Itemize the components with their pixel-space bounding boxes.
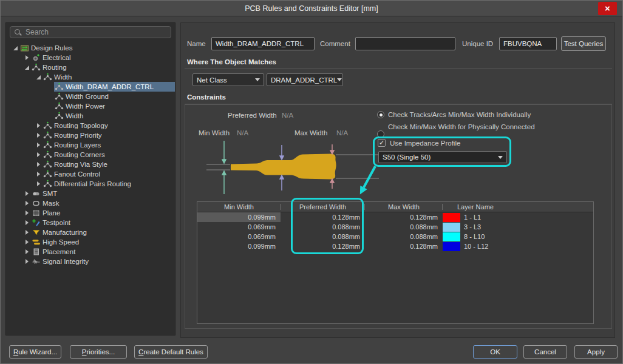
expander-collapsed-icon[interactable] (35, 151, 43, 158)
cell-max-width[interactable]: 0.088mm (365, 232, 443, 241)
tree-item-content: High Speed (31, 237, 175, 247)
radio-check-connected-label: Check Min/Max Width for Physically Conne… (388, 123, 535, 130)
smt-icon (32, 189, 41, 198)
expander-expanded-icon[interactable] (24, 64, 31, 71)
tree-item-content: Testpoint (31, 218, 175, 228)
cell-max-width[interactable]: 0.128mm (365, 241, 443, 251)
placement-icon (32, 248, 41, 256)
priorities-button[interactable]: Priorities... (70, 345, 127, 359)
test-queries-button[interactable]: Test Queries (561, 36, 606, 51)
tree-item-label: Routing Priority (54, 132, 102, 139)
layer-name-label: 3 - L3 (464, 222, 481, 232)
radio-check-connected[interactable] (377, 130, 384, 138)
expander-collapsed-icon[interactable] (24, 229, 31, 236)
tree-item-smt[interactable]: SMT (6, 189, 175, 198)
tree-item-content: Placement (31, 247, 175, 257)
tree-item-width-power[interactable]: Width Power (6, 101, 175, 111)
expander-collapsed-icon[interactable] (35, 161, 43, 168)
tree-item-width-dram-addr-ctrl[interactable]: Width_DRAM_ADDR_CTRL (6, 82, 175, 92)
tree-item-mask[interactable]: Mask (6, 198, 175, 208)
close-button[interactable]: × (598, 2, 617, 15)
scope-dropdown[interactable]: Net Class (192, 73, 264, 86)
cell-layer-name[interactable]: 10 - L12 (443, 241, 593, 251)
expander-collapsed-icon[interactable] (24, 219, 31, 226)
tree-item-testpoint[interactable]: Testpoint (6, 218, 175, 228)
tree-item-width-ground[interactable]: Width Ground (6, 92, 175, 101)
pcb-rules-dialog: PCB Rules and Constraints Editor [mm] × … (0, 0, 623, 364)
cell-max-width[interactable]: 0.128mm (365, 212, 443, 222)
tree-item-content: Electrical (31, 53, 175, 62)
expander-collapsed-icon[interactable] (35, 180, 43, 187)
tree-item-routing-priority[interactable]: Routing Priority (6, 130, 175, 140)
tree-item-routing-corners[interactable]: Routing Corners (6, 150, 175, 160)
expander-collapsed-icon[interactable] (35, 141, 43, 149)
cell-layer-name[interactable]: 3 - L3 (443, 222, 593, 232)
unique-id-input[interactable] (499, 37, 557, 50)
search-box[interactable] (10, 26, 171, 38)
tree-item-content: Width_DRAM_ADDR_CTRL (54, 82, 175, 92)
tree-item-content: Routing Layers (43, 140, 175, 150)
cell-preferred-width[interactable]: 0.128mm (281, 241, 365, 251)
search-input[interactable] (26, 28, 167, 36)
tree-item-fanout-control[interactable]: Fanout Control (6, 169, 175, 179)
cell-min-width[interactable]: 0.099mm (197, 241, 281, 251)
cell-max-width[interactable]: 0.088mm (365, 222, 443, 232)
cell-min-width[interactable]: 0.099mm (197, 212, 281, 222)
cell-preferred-width[interactable]: 0.128mm (281, 212, 365, 222)
ok-button[interactable]: OK (473, 345, 517, 359)
tree-item-routing[interactable]: Routing (6, 62, 175, 72)
table-row: 0.099mm0.128mm0.128mm1 - L1 (197, 212, 593, 222)
expander-collapsed-icon[interactable] (24, 190, 31, 197)
net-class-dropdown[interactable]: DRAM_ADDR_CTRL (267, 73, 343, 86)
expander-collapsed-icon[interactable] (24, 200, 31, 207)
tree-item-plane[interactable]: Plane (6, 208, 175, 218)
expander-collapsed-icon[interactable] (24, 248, 31, 255)
net-icon (43, 150, 52, 159)
expander-collapsed-icon[interactable] (24, 54, 31, 61)
impedance-profile-dropdown[interactable]: S50 (Single 50) (378, 151, 507, 163)
cell-layer-name[interactable]: 8 - L10 (443, 232, 593, 241)
design-rules-icon (20, 44, 29, 52)
radio-check-individually[interactable] (377, 111, 384, 118)
create-default-rules-button[interactable]: Create Default Rules (134, 345, 208, 359)
apply-button[interactable]: Apply (574, 345, 618, 359)
tree-item-content: Width Power (54, 101, 175, 111)
cell-preferred-width[interactable]: 0.088mm (281, 232, 365, 241)
table-row: 0.099mm0.128mm0.128mm10 - L12 (197, 241, 593, 251)
tree-item-electrical[interactable]: Electrical (6, 53, 175, 62)
cell-layer-name[interactable]: 1 - L1 (443, 212, 593, 222)
expander-collapsed-icon[interactable] (24, 209, 31, 217)
net-icon (55, 83, 64, 91)
cell-preferred-width[interactable]: 0.088mm (281, 222, 365, 232)
tree-item-routing-via-style[interactable]: Routing Via Style (6, 160, 175, 169)
column-header-layer-name: Layer Name (443, 202, 593, 212)
tree-item-design-rules[interactable]: Design Rules (6, 43, 175, 53)
tree-item-routing-layers[interactable]: Routing Layers (6, 140, 175, 150)
expander-expanded-icon[interactable] (12, 44, 19, 52)
expander-collapsed-icon[interactable] (24, 258, 31, 265)
tree-item-width[interactable]: Width (6, 111, 175, 121)
net-icon (43, 131, 52, 140)
expander-collapsed-icon[interactable] (24, 238, 31, 246)
tree-item-placement[interactable]: Placement (6, 247, 175, 257)
expander-collapsed-icon[interactable] (35, 122, 43, 129)
tree-item-width[interactable]: Width (6, 72, 175, 82)
use-impedance-checkbox[interactable]: ✓ (378, 139, 386, 147)
tree-item-routing-topology[interactable]: Routing Topology (6, 121, 175, 130)
tree-item-label: Fanout Control (54, 170, 100, 178)
expander-expanded-icon[interactable] (35, 73, 43, 81)
cell-min-width[interactable]: 0.069mm (197, 232, 281, 241)
cell-min-width[interactable]: 0.069mm (197, 222, 281, 232)
expander-collapsed-icon[interactable] (35, 170, 43, 178)
comment-input[interactable] (355, 37, 455, 50)
tree-item-signal-integrity[interactable]: Signal Integrity (6, 257, 175, 266)
cancel-button[interactable]: Cancel (523, 345, 567, 359)
rule-wizard-button[interactable]: Rule Wizard... (9, 345, 61, 359)
tree-item-high-speed[interactable]: High Speed (6, 237, 175, 247)
expander-collapsed-icon[interactable] (35, 132, 43, 139)
rule-name-input[interactable] (211, 37, 315, 50)
tree-item-manufacturing[interactable]: Manufacturing (6, 228, 175, 237)
tree-item-content: Differential Pairs Routing (43, 179, 175, 189)
window-title: PCB Rules and Constraints Editor [mm] (1, 4, 622, 13)
tree-item-differential-pairs-routing[interactable]: Differential Pairs Routing (6, 179, 175, 189)
